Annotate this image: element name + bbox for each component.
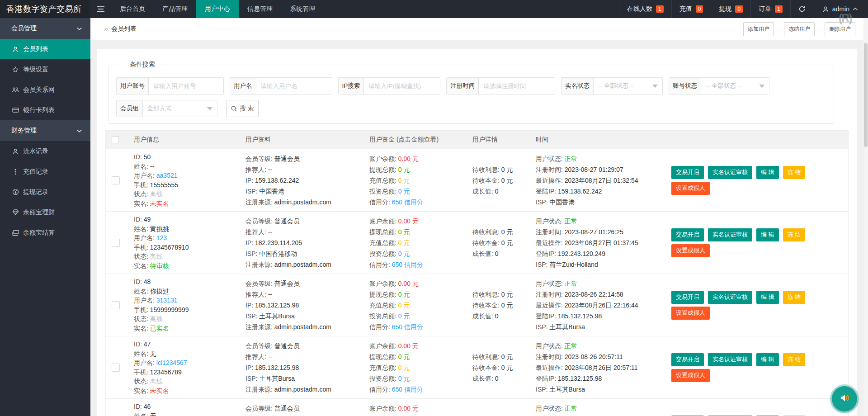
watermark: (R)	[839, 12, 852, 25]
nav-item[interactable]: 系统管理	[281, 0, 324, 18]
search-input-regtime[interactable]	[479, 78, 555, 94]
search-input-account[interactable]	[149, 78, 223, 94]
row-action-button[interactable]: 设置成假人	[671, 244, 710, 257]
field-label: 提现总额:	[369, 291, 398, 298]
row-action-button[interactable]: 设置成假人	[671, 182, 710, 195]
search-input-ip[interactable]	[364, 78, 440, 94]
row-action-button[interactable]: 实名认证审核	[708, 291, 752, 304]
row-action-button[interactable]: 冻 结	[783, 228, 806, 241]
search-select-membergroup[interactable]: 全部方式	[143, 100, 217, 117]
field-label: ISP:	[245, 188, 259, 195]
row-action-button[interactable]: 设置成假人	[671, 307, 710, 320]
table-row: ID: 50姓名: --用户名: aa3521手机: 15555555状态: 离…	[106, 149, 848, 211]
row-checkbox-cell	[106, 149, 134, 211]
dots-icon	[11, 169, 19, 175]
row-checkbox[interactable]	[112, 176, 120, 184]
field-value: 2023年08月27日 01:37:45	[565, 239, 638, 246]
column-header: 用户资金 (点击金额查看)	[369, 136, 472, 144]
app-window: 香港数字资产交易所 后台首页产品管理用户中心信息管理系统管理 在线人数1充值0提…	[0, 0, 868, 416]
field-label: ISP:	[536, 199, 549, 206]
row-action-button[interactable]: 实名认证审核	[708, 228, 752, 241]
row-field: 推荐人: --	[245, 289, 366, 300]
username-link[interactable]: 313131	[156, 297, 178, 304]
page-action-button[interactable]: 冻结用户	[784, 22, 815, 36]
username-link[interactable]: 123	[156, 234, 167, 241]
row-field: 充值总额: 0 元	[369, 300, 469, 311]
field-label: 用户名:	[134, 234, 156, 241]
nav-item[interactable]: 后台首页	[111, 0, 154, 18]
field-value: 0	[495, 250, 499, 257]
field-label: IP:	[245, 239, 255, 246]
field-value: 185.132.125.98	[255, 364, 299, 371]
header-stat[interactable]: 充值0	[671, 0, 711, 18]
sidebar-item[interactable]: 提现记录	[0, 182, 90, 202]
row-action-button[interactable]: 冻 结	[783, 291, 806, 304]
sidebar-item[interactable]: 等级设置	[0, 59, 90, 80]
action-button-row: 交易开启实名认证审核编 辑冻 结	[671, 291, 844, 304]
cell-funds: 账户余额: 0.00 元提现总额: 0 元	[369, 399, 472, 416]
nav-item[interactable]: 产品管理	[154, 0, 196, 18]
row-action-button[interactable]: 冻 结	[783, 353, 806, 366]
row-action-button[interactable]: 编 辑	[756, 166, 779, 179]
nav-item[interactable]: 用户中心	[196, 0, 239, 18]
sidebar-group-label: 会员管理	[11, 24, 37, 33]
row-action-button[interactable]: 交易开启	[671, 166, 704, 179]
username-link[interactable]: aa3521	[156, 172, 178, 179]
sidebar-item[interactable]: 会员列表	[0, 39, 90, 59]
sidebar-item[interactable]: 余额宝结算	[0, 222, 90, 243]
cell-profile: 会员等级: 普通会员推荐人: --IP: 185.132.125.98ISP: …	[245, 274, 369, 336]
sidebar-item[interactable]: 流水记录	[0, 141, 90, 161]
row-action-button[interactable]: 实名认证审核	[708, 166, 752, 179]
row-checkbox[interactable]	[112, 364, 120, 372]
sidebar-item[interactable]: 余额宝理财	[0, 202, 90, 222]
row-checkbox[interactable]	[112, 239, 120, 247]
row-field: 用户状态: 正常	[536, 340, 668, 351]
row-action-button[interactable]: 编 辑	[756, 228, 779, 241]
row-action-button[interactable]: 冻 结	[783, 166, 806, 179]
row-action-button[interactable]: 编 辑	[756, 353, 779, 366]
menu-toggle-icon[interactable]	[90, 0, 111, 18]
row-field: IP: 159.138.62.242	[245, 175, 366, 186]
page-action-button[interactable]: 添加用户	[743, 22, 774, 36]
sidebar-item[interactable]: 充值记录	[0, 161, 90, 182]
row-action-button[interactable]: 交易开启	[671, 291, 704, 304]
field-label: 会员等级:	[245, 280, 274, 287]
sidebar-group-header[interactable]: 会员管理	[0, 18, 90, 39]
sidebar-item[interactable]: 会员关系网	[0, 80, 90, 100]
header-stat[interactable]: 在线人数1	[619, 0, 671, 18]
search-select-accstatus[interactable]: -- 全部状态 --	[701, 78, 769, 94]
action-button-row: 设置成假人	[671, 244, 844, 257]
nav-item[interactable]: 信息管理	[239, 0, 281, 18]
cell-time: 用户状态: 正常注册时间: 2023-08-27 01:26:25最近操作: 2…	[536, 212, 671, 274]
search-button[interactable]: 搜 索	[226, 100, 259, 117]
search-input-username[interactable]	[256, 78, 332, 94]
field-value: 未实名	[150, 200, 169, 207]
header-stat[interactable]: 提现0	[711, 0, 750, 18]
field-value: 中国香港	[549, 199, 575, 206]
field-value: 182.239.114.205	[255, 239, 302, 246]
row-action-button[interactable]: 设置成假人	[671, 369, 710, 382]
refresh-button[interactable]	[790, 0, 814, 18]
scrollbar-thumb[interactable]	[864, 43, 868, 147]
action-button-row: 交易开启实名认证审核编 辑冻 结	[671, 353, 844, 366]
select-all-checkbox[interactable]	[112, 136, 119, 143]
search-field-ip: IP搜索	[338, 77, 441, 95]
row-checkbox[interactable]	[112, 301, 120, 309]
row-field: 待收利息: 0 元	[472, 164, 532, 175]
row-field: 信用分: 650 信用分	[369, 197, 469, 208]
sidebar-group-header[interactable]: 财务管理	[0, 120, 90, 141]
sound-float-button[interactable]	[832, 386, 857, 411]
row-field: 充值总额: 0 元	[369, 175, 469, 186]
row-action-button[interactable]: 实名认证审核	[708, 353, 752, 366]
field-label: ISP:	[536, 323, 549, 331]
row-field: 用户名: lcl1234567	[134, 358, 242, 368]
row-action-button[interactable]: 编 辑	[756, 291, 779, 304]
row-action-button[interactable]: 交易开启	[671, 228, 704, 241]
row-action-button[interactable]: 交易开启	[671, 353, 704, 366]
row-field: 注册来源: admin.postadm.com	[245, 321, 366, 332]
search-legend: 条件搜索	[125, 61, 160, 69]
username-link[interactable]: lcl1234567	[156, 359, 187, 366]
search-select-realstatus[interactable]: -- 全部状态 --	[594, 78, 662, 94]
sidebar-item[interactable]: 银行卡列表	[0, 100, 90, 120]
header-stat[interactable]: 订单1	[750, 0, 790, 18]
